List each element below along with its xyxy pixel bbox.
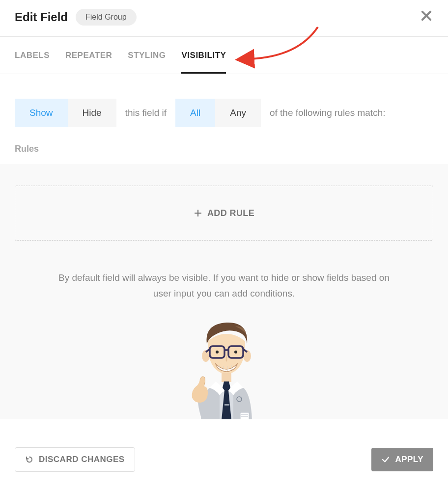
svg-point-7 bbox=[216, 351, 219, 353]
add-rule-label: ADD RULE bbox=[207, 208, 254, 218]
rules-panel: ADD RULE By default field will always be… bbox=[0, 164, 448, 419]
apply-button[interactable]: APPLY bbox=[371, 448, 433, 471]
rules-heading: Rules bbox=[15, 144, 433, 154]
tab-styling[interactable]: STYLING bbox=[128, 37, 166, 74]
svg-rect-13 bbox=[222, 373, 231, 382]
close-button[interactable] bbox=[420, 9, 433, 23]
discard-button[interactable]: DISCARD CHANGES bbox=[15, 447, 135, 472]
showhide-toggle: Show Hide bbox=[15, 99, 116, 127]
modal-title: Edit Field bbox=[15, 10, 68, 24]
apply-label: APPLY bbox=[395, 455, 423, 464]
modal-footer: DISCARD CHANGES APPLY bbox=[0, 430, 448, 489]
allany-toggle: All Any bbox=[175, 99, 261, 127]
any-option[interactable]: Any bbox=[215, 99, 261, 127]
sentence-text-2: of the following rules match: bbox=[270, 108, 386, 118]
sentence-text-1: this field if bbox=[125, 108, 167, 118]
tabs-bar: LABELS REPEATER STYLING VISIBILITY bbox=[0, 37, 448, 74]
discard-label: DISCARD CHANGES bbox=[39, 455, 125, 464]
tab-labels[interactable]: LABELS bbox=[15, 37, 50, 74]
tab-visibility[interactable]: VISIBILITY bbox=[181, 37, 226, 74]
show-option[interactable]: Show bbox=[15, 99, 68, 127]
hide-option[interactable]: Hide bbox=[68, 99, 116, 127]
close-icon bbox=[420, 9, 433, 23]
mascot-illustration bbox=[15, 317, 433, 419]
check-icon bbox=[381, 455, 390, 464]
tab-repeater[interactable]: REPEATER bbox=[65, 37, 112, 74]
svg-rect-14 bbox=[224, 404, 229, 406]
visibility-sentence: Show Hide this field if All Any of the f… bbox=[15, 99, 433, 127]
plus-icon bbox=[194, 209, 202, 217]
svg-point-8 bbox=[234, 351, 237, 353]
undo-icon bbox=[25, 455, 34, 464]
tab-content: Show Hide this field if All Any of the f… bbox=[0, 74, 448, 419]
add-rule-button[interactable]: ADD RULE bbox=[15, 186, 433, 241]
svg-rect-16 bbox=[240, 412, 249, 419]
field-type-pill: Field Group bbox=[76, 9, 137, 26]
all-option[interactable]: All bbox=[175, 99, 215, 127]
visibility-help-text: By default field will always be visible.… bbox=[15, 270, 433, 302]
modal-header: Edit Field Field Group bbox=[0, 0, 448, 37]
